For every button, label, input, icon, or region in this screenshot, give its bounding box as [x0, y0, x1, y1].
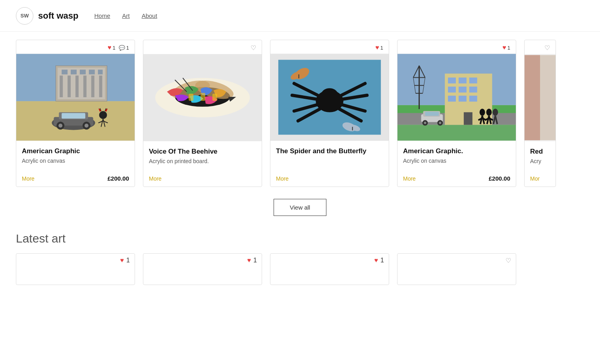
heart-filled-icon-l2: ♥	[247, 257, 251, 264]
art-card-2: ♡	[143, 40, 262, 187]
svg-rect-66	[459, 77, 467, 83]
card-1-title: American Graphic	[22, 147, 129, 155]
card-1-medium: Acrylic on canvas	[22, 158, 129, 164]
view-all-button[interactable]: View all	[274, 199, 326, 216]
svg-rect-5	[68, 75, 71, 97]
svg-rect-71	[448, 96, 456, 102]
latest-card-3-likes: 1	[380, 257, 384, 264]
card-2-more-link[interactable]: More	[149, 175, 162, 182]
card-5-body: Red Acry	[525, 141, 556, 171]
card-4-title: American Graphic.	[403, 147, 510, 155]
card-1-footer: More £200.00	[16, 170, 135, 187]
card-2-header: ♡	[143, 40, 262, 54]
nav-about[interactable]: About	[142, 12, 157, 19]
card-5-medium: Acry	[530, 158, 550, 164]
card-1-likes: ♥ 1	[108, 44, 116, 51]
heart-empty-icon: ♡	[251, 44, 256, 52]
svg-point-102	[492, 109, 498, 116]
logo-initials: SW	[21, 13, 29, 19]
card-5-image[interactable]	[525, 54, 556, 141]
card-4-likes: ♥ 1	[502, 44, 510, 51]
nav-home[interactable]: Home	[94, 12, 110, 19]
latest-art-section: Latest art ♥ 1 ♥ 1 ♥ 1	[16, 232, 584, 285]
card-1-comment-count: 1	[126, 45, 129, 51]
heart-filled-icon-4: ♥	[502, 44, 506, 51]
card-2-likes: ♡	[251, 44, 256, 52]
svg-point-22	[85, 124, 89, 128]
view-all-container: View all	[16, 199, 584, 216]
svg-rect-10	[62, 69, 68, 74]
card-1-image[interactable]	[16, 54, 135, 141]
latest-card-3: ♥ 1	[270, 253, 389, 285]
card-3-image[interactable]	[270, 54, 389, 141]
card-4-header: ♥ 1	[397, 40, 516, 54]
svg-rect-65	[448, 77, 456, 83]
card-3-more-link[interactable]: More	[276, 175, 289, 182]
svg-rect-87	[425, 112, 439, 116]
card-1-comments: 💬 1	[119, 45, 129, 51]
main-content: ♥ 1 💬 1	[0, 32, 600, 293]
svg-rect-8	[91, 75, 95, 97]
svg-point-97	[486, 109, 492, 116]
heart-filled-icon: ♥	[108, 44, 112, 51]
card-1-header: ♥ 1 💬 1	[16, 40, 135, 54]
card-2-body: Voice Of The Beehive Acrylic on printed …	[143, 141, 262, 171]
card-4-more-link[interactable]: More	[403, 175, 416, 182]
heart-filled-icon-3: ♥	[375, 44, 379, 51]
svg-rect-67	[469, 77, 477, 83]
card-5-likes: ♡	[544, 44, 550, 52]
svg-point-23	[99, 111, 107, 119]
latest-card-4: ♡	[397, 253, 516, 285]
card-3-body: The Spider and the Butterfly	[270, 141, 389, 171]
svg-rect-13	[89, 69, 95, 74]
svg-rect-12	[80, 69, 86, 74]
svg-rect-18	[62, 113, 85, 119]
svg-rect-37	[189, 94, 193, 101]
svg-rect-11	[71, 69, 77, 74]
svg-rect-7	[83, 75, 87, 97]
art-card-5-partial: ♡ Red Acry Mor	[524, 40, 556, 187]
svg-point-20	[58, 124, 62, 128]
svg-rect-68	[448, 87, 456, 92]
card-1-more-link[interactable]: More	[22, 175, 35, 182]
svg-rect-4	[60, 75, 63, 97]
card-5-more-link[interactable]: Mor	[530, 175, 540, 182]
latest-art-cards-row: ♥ 1 ♥ 1 ♥ 1 ♡	[16, 253, 584, 285]
card-2-image[interactable]	[143, 54, 262, 141]
svg-point-92	[480, 109, 485, 116]
latest-card-1-header: ♥ 1	[16, 254, 135, 267]
latest-card-2: ♥ 1	[143, 253, 262, 285]
nav: Home Art About	[94, 12, 157, 19]
card-4-footer: More £200.00	[397, 170, 516, 187]
svg-rect-106	[525, 55, 540, 141]
card-4-medium: Acrylic on canvas	[403, 158, 510, 164]
nav-art[interactable]: Art	[122, 12, 129, 19]
latest-card-2-header: ♥ 1	[143, 254, 262, 267]
site-title: soft wasp	[38, 11, 78, 21]
card-1-body: American Graphic Acrylic on canvas	[16, 141, 135, 170]
card-3-title: The Spider and the Butterfly	[276, 147, 383, 155]
header: SW soft wasp Home Art About	[0, 0, 600, 32]
card-4-image[interactable]	[397, 54, 516, 141]
card-4-price: £200.00	[489, 175, 510, 182]
logo-circle: SW	[16, 7, 33, 25]
heart-empty-icon-l4: ♡	[505, 257, 511, 264]
latest-art-title: Latest art	[16, 232, 584, 245]
latest-card-4-header: ♡	[397, 254, 516, 268]
svg-rect-69	[459, 87, 467, 92]
heart-filled-icon-l3: ♥	[374, 257, 378, 264]
svg-point-91	[439, 122, 441, 124]
svg-point-89	[424, 122, 426, 124]
card-4-like-count: 1	[507, 45, 510, 51]
latest-card-1-likes: 1	[126, 257, 130, 264]
art-cards-row: ♥ 1 💬 1	[16, 40, 584, 187]
svg-point-45	[321, 88, 338, 102]
svg-rect-74	[464, 112, 473, 125]
latest-card-2-likes: 1	[253, 257, 257, 264]
card-5-title: Red	[530, 148, 550, 156]
svg-rect-39	[212, 94, 217, 101]
card-4-body: American Graphic. Acrylic on canvas	[397, 141, 516, 170]
heart-filled-icon-l1: ♥	[120, 257, 124, 264]
svg-rect-38	[201, 93, 205, 101]
art-card-4: ♥ 1	[397, 40, 516, 187]
